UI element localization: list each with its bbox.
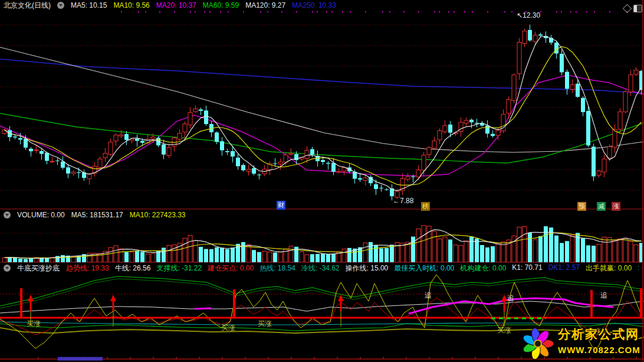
buy-signal-label: 买涨 [497,325,511,335]
volume-header: VOLUME: 0.00MA5: 181531.17MA10: 227423.3… [0,210,186,220]
indicator-title: 牛底买涨抄底 [17,263,60,273]
ma-readout: MA120: 9.27 [245,1,285,9]
volume-readout: MA10: 227423.33 [130,211,186,219]
indicator-readout: 操作线: 15.00 [346,263,389,273]
indicator-header: 牛底买涨抄底 趋势线: 19.33牛线: 26.56支撑线: -31.22建仓买… [0,263,644,273]
volume-readout: MA5: 181531.17 [71,211,123,219]
volume-chart-canvas[interactable] [0,220,644,263]
buy-signal-label: 买涨 [27,319,41,329]
indicator-readout: 支撑线: -31.22 [156,263,202,273]
flower-logo-icon [521,326,556,361]
site-watermark: 分析家公式网 WWW.70822.COM [521,326,640,361]
panel-right-border [642,0,643,362]
ma-values: MA5: 10.15MA10: 9.56MA20: 10.37MA60: 9.5… [71,1,336,9]
scrollbar-thumb[interactable] [58,357,103,361]
indicator-readout: 最佳买入时机: 0.00 [394,263,454,273]
event-tag[interactable]: 涨 [612,202,620,211]
collapse-chevron-icon[interactable] [4,211,11,218]
chase-signal-label: 追 [425,291,432,301]
app-window: 北京文化(日线) MA5: 10.15MA10: 9.56MA20: 10.37… [0,0,644,362]
main-chart-canvas[interactable] [0,11,644,209]
ma-readout: MA250: 10.33 [292,1,336,9]
leader-arrow-icon: ← [393,197,400,205]
ma-readout: MA5: 10.15 [71,1,107,9]
low-price-annotation: ←7.88 [393,197,413,205]
indicator-readout: 冷线: -34.62 [301,263,340,273]
ma-readout: MA20: 10.37 [156,1,196,9]
volume-readout: VOLUME: 0.00 [17,211,65,219]
ma-readout: MA10: 9.56 [113,1,149,9]
indicator-readout: 出手就赢: 0.00 [586,263,632,273]
ma-readout: MA60: 9.59 [203,1,239,9]
volume-values: VOLUME: 0.00MA5: 181531.17MA10: 227423.3… [17,211,186,219]
watermark-site-url: WWW.70822.COM [558,345,640,355]
indicator-readout: 牛线: 26.56 [115,263,151,273]
indicator-readout: 趋势线: 19.33 [66,263,109,273]
collapse-chevron-icon[interactable] [57,2,64,9]
indicator-readout: K1: 70.71 [512,263,542,273]
watermark-site-name: 分析家公式网 [558,326,640,343]
buy-signal-label: 买涨 [258,319,272,329]
event-tag[interactable]: 预 [577,202,586,211]
indicator-readout: 热线: 18.54 [259,263,295,273]
chase-signal-label: 追 [507,293,514,304]
collapse-chevron-icon[interactable] [4,265,11,272]
window-split-icon[interactable] [633,5,642,12]
indicator-readout: DK1: 2.57 [548,263,580,273]
indicator-readout: 机构建仓: 0.00 [460,263,506,273]
chase-signal-label: 追 [600,291,607,301]
event-tag[interactable]: 财 [277,201,285,210]
indicator-readout: 建仓买点: 0.00 [208,263,254,273]
buy-signal-label: 买涨 [221,323,235,333]
stock-title: 北京文化(日线) [4,1,51,11]
leader-arrow-icon: ↖ [517,11,523,19]
event-tag[interactable]: 减 [597,202,606,211]
peak-price-annotation: ↖12.30 [517,11,540,19]
main-chart-header: 北京文化(日线) MA5: 10.15MA10: 9.56MA20: 10.37… [0,0,336,11]
event-tag[interactable]: 榜 [421,202,430,211]
indicator-values: 趋势线: 19.33牛线: 26.56支撑线: -31.22建仓买点: 0.00… [66,263,644,273]
